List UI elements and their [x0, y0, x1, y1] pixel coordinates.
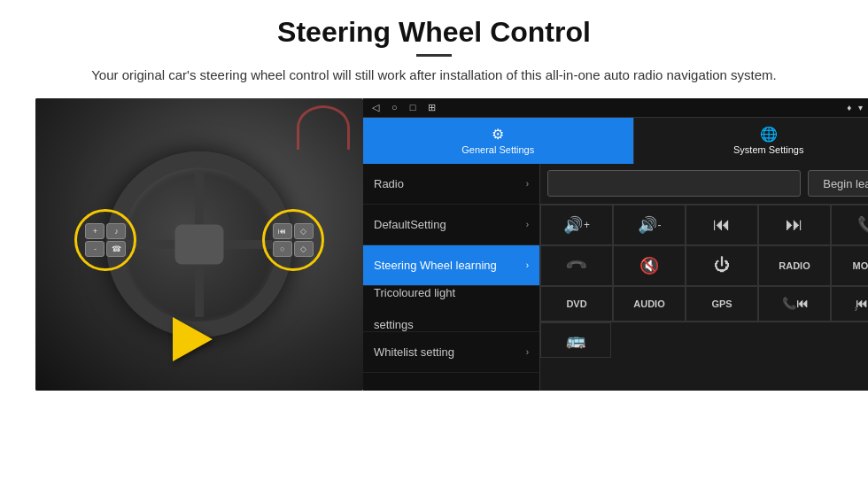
home-icon[interactable]: ○: [391, 102, 398, 112]
tab-system-settings[interactable]: 🌐 System Settings: [633, 118, 869, 164]
steering-wheel-image: + ♪ - ☎ ⏮ ◇ ○ ◇: [35, 98, 363, 391]
menu-item-steering-wheel[interactable]: Steering Wheel learning ›: [363, 245, 539, 286]
skip-back-button[interactable]: ⏮: [686, 205, 758, 245]
controls-row-3: DVD AUDIO GPS 📞⏮ ⏮⏭: [540, 286, 868, 322]
right-panel: Begin learn 🔊+ 🔊-: [540, 164, 868, 391]
sw-btn-circle: ○: [273, 241, 292, 257]
skip-back-icon: ⏮: [713, 214, 731, 235]
power-button[interactable]: ⏻: [686, 245, 758, 286]
vol-down-icon: 🔊-: [638, 215, 662, 235]
menu-whitelist-chevron: ›: [526, 347, 529, 357]
bus-button[interactable]: 🚌: [540, 322, 611, 358]
vol-up-icon: 🔊+: [563, 215, 590, 235]
menu-tricoloured-chevron: ›: [855, 304, 857, 314]
menu-icon[interactable]: ⊞: [428, 102, 436, 113]
sw-btn-minus: -: [85, 241, 105, 257]
sw-btn-phone: ☎: [106, 241, 126, 257]
power-icon: ⏻: [714, 256, 730, 275]
left-menu: Radio › DefaultSetting › Steering Wheel …: [363, 164, 540, 391]
vol-up-button[interactable]: 🔊+: [540, 205, 613, 245]
system-settings-label: System Settings: [733, 144, 803, 155]
mute-icon: 🔇: [639, 256, 659, 275]
sw-btn-diamond: ◇: [294, 223, 314, 239]
phone-skip-icon: 📞⏮: [782, 297, 808, 310]
menu-steering-label: Steering Wheel learning: [374, 259, 526, 272]
radio-row: Begin learn: [540, 164, 868, 205]
menu-tricoloured-label: Tricoloured light: [374, 286, 455, 316]
mute-button[interactable]: 🔇: [613, 245, 686, 286]
nav-icons: ◁ ○ □ ⊞: [372, 102, 436, 113]
dvd-button[interactable]: DVD: [540, 286, 613, 322]
sw-btn-plus: +: [85, 223, 105, 239]
audio-button[interactable]: AUDIO: [613, 286, 686, 322]
back-icon[interactable]: ◁: [372, 102, 379, 113]
left-btn-grid: + ♪ - ☎: [85, 223, 126, 257]
menu-default-label: DefaultSetting: [374, 218, 526, 231]
radio-button[interactable]: RADIO: [758, 245, 831, 286]
skip-fwd-button[interactable]: ⏭: [758, 205, 831, 245]
begin-learn-button[interactable]: Begin learn: [808, 170, 868, 197]
skip-combo-icon: ⏮⏭: [856, 297, 868, 310]
hang-up-button[interactable]: 📞: [540, 245, 613, 286]
skip-combo-button[interactable]: ⏮⏭: [831, 286, 868, 322]
vol-down-button[interactable]: 🔊-: [613, 205, 686, 245]
controls-row-1: 🔊+ 🔊- ⏮ ⏭: [540, 205, 868, 245]
menu-whitelist-label: Whitelist setting: [374, 345, 526, 359]
recents-icon[interactable]: □: [410, 102, 416, 112]
menu-tricoloured-label2: settings: [374, 318, 414, 331]
controls-row-2: 📞 🔇 ⏻ RADIO MODE: [540, 245, 868, 286]
menu-item-radio[interactable]: Radio ›: [363, 164, 539, 205]
general-settings-label: General Settings: [461, 144, 534, 155]
page-title: Steering Wheel Control: [35, 16, 833, 49]
sw-btn-media: ♪: [106, 223, 126, 239]
left-button-circle: + ♪ - ☎: [74, 209, 136, 271]
sw-btn-prev: ⏮: [273, 223, 292, 239]
page-container: Steering Wheel Control Your original car…: [0, 0, 868, 496]
title-section: Steering Wheel Control Your original car…: [35, 16, 833, 98]
last-row: 🚌: [540, 322, 868, 358]
status-right: ♦ ▾ 13:13: [847, 102, 868, 112]
signal-icon: ♦: [847, 103, 851, 112]
general-settings-icon: ⚙: [492, 126, 504, 143]
status-bar: ◁ ○ □ ⊞ ♦ ▾ 13:13: [363, 98, 868, 118]
audio-label: AUDIO: [633, 298, 664, 309]
hang-up-icon: 📞: [564, 253, 589, 278]
gps-button[interactable]: GPS: [686, 286, 758, 322]
right-button-circle: ⏮ ◇ ○ ◇: [262, 209, 324, 271]
gauge-display: [297, 105, 350, 150]
android-screen: ◁ ○ □ ⊞ ♦ ▾ 13:13 ⚙ General Settings: [363, 98, 868, 391]
main-content: Radio › DefaultSetting › Steering Wheel …: [363, 164, 868, 391]
arrow-shape: [173, 317, 213, 361]
subtitle: Your original car's steering wheel contr…: [35, 66, 833, 86]
phone-icon: 📞: [857, 215, 868, 235]
steering-wheel-center: [175, 224, 224, 264]
settings-tabs: ⚙ General Settings 🌐 System Settings: [363, 118, 868, 164]
tab-general-settings[interactable]: ⚙ General Settings: [363, 118, 633, 164]
wifi-icon: ▾: [858, 103, 863, 112]
menu-steering-chevron: ›: [526, 260, 529, 270]
radio-label: RADIO: [779, 260, 810, 271]
key-input-box[interactable]: [547, 170, 801, 197]
arrow-indicator: [173, 317, 213, 361]
sw-btn-diamond2: ◇: [294, 241, 314, 257]
menu-item-whitelist[interactable]: Whitelist setting ›: [363, 332, 539, 373]
steering-wheel-bg: + ♪ - ☎ ⏮ ◇ ○ ◇: [35, 98, 363, 391]
menu-radio-label: Radio: [374, 177, 526, 190]
phone-skip-button[interactable]: 📞⏮: [758, 286, 831, 322]
mode-button[interactable]: MODE: [831, 245, 868, 286]
phone-button[interactable]: 📞: [831, 205, 868, 245]
bus-icon: 🚌: [566, 330, 585, 350]
menu-default-chevron: ›: [526, 220, 529, 229]
dvd-label: DVD: [566, 298, 586, 309]
mode-label: MODE: [853, 260, 869, 271]
menu-radio-chevron: ›: [526, 179, 529, 189]
title-divider: [416, 54, 452, 57]
menu-item-default-setting[interactable]: DefaultSetting ›: [363, 205, 539, 245]
gps-label: GPS: [711, 298, 732, 309]
skip-fwd-icon: ⏭: [786, 214, 803, 235]
system-settings-icon: 🌐: [760, 126, 778, 143]
right-btn-grid: ⏮ ◇ ○ ◇: [273, 223, 314, 257]
content-row: + ♪ - ☎ ⏮ ◇ ○ ◇: [35, 98, 833, 391]
menu-item-tricoloured[interactable]: Tricoloured light settings ›: [363, 286, 539, 332]
